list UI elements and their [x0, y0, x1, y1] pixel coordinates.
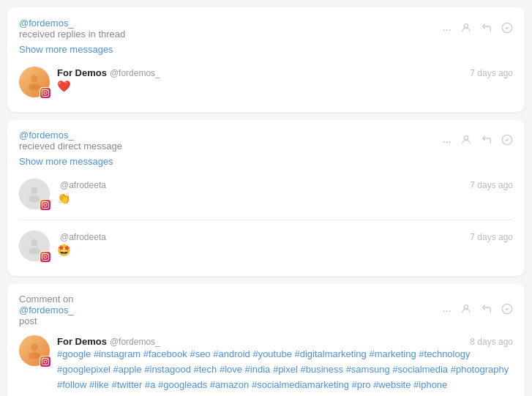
- username: For Demos: [57, 67, 107, 78]
- message-body: @afrodeeta 7 days ago 🤩: [57, 231, 513, 257]
- notification-text: recieved direct message: [19, 141, 122, 152]
- notification-card: @fordemos_ received replies in thread ··…: [7, 7, 525, 112]
- card-actions: ···: [442, 134, 513, 148]
- time-ago: 8 days ago: [470, 337, 513, 347]
- reply-icon[interactable]: [481, 134, 492, 148]
- svg-point-4: [464, 135, 468, 139]
- show-more-link[interactable]: Show more messages: [19, 156, 513, 167]
- mention-link[interactable]: @fordemos_: [19, 130, 122, 141]
- notification-info: Comment on @fordemos_ post: [19, 294, 74, 326]
- avatar: [19, 335, 50, 366]
- message-body: @afrodeeta 7 days ago 👏: [57, 179, 513, 205]
- mention-link[interactable]: @fordemos_: [19, 305, 74, 315]
- check-icon[interactable]: [501, 22, 513, 36]
- check-icon[interactable]: [501, 303, 513, 317]
- avatar: [19, 67, 50, 97]
- card-header: @fordemos_ received replies in thread ··…: [19, 18, 513, 40]
- card-actions: ···: [442, 22, 513, 36]
- notification-card: Comment on @fordemos_ post ···: [7, 283, 525, 396]
- message-meta: @afrodeeta 7 days ago: [57, 231, 513, 242]
- avatar: [19, 231, 50, 261]
- message-body: For Demos@fordemos_ 7 days ago ❤️: [57, 67, 513, 93]
- more-options-icon[interactable]: ···: [442, 135, 452, 147]
- message-content: 🤩: [57, 244, 513, 257]
- instagram-badge: [40, 356, 51, 367]
- divider: [19, 220, 513, 220]
- handle: @fordemos_: [110, 68, 160, 78]
- svg-point-8: [31, 239, 37, 246]
- handle: @fordemos_: [110, 337, 160, 347]
- notification-card: @fordemos_ recieved direct message ··· S…: [7, 119, 525, 276]
- svg-point-6: [31, 187, 37, 194]
- notification-info: @fordemos_ recieved direct message: [19, 130, 122, 152]
- svg-point-13: [29, 352, 40, 359]
- show-more-link[interactable]: Show more messages: [19, 44, 513, 55]
- more-options-icon[interactable]: ···: [442, 23, 452, 35]
- person-icon[interactable]: [460, 22, 472, 36]
- more-options-icon[interactable]: ···: [442, 304, 452, 316]
- check-icon[interactable]: [501, 134, 513, 148]
- message-row: For Demos@fordemos_ 8 days ago #google #…: [19, 331, 513, 396]
- svg-point-2: [31, 75, 37, 82]
- reply-icon[interactable]: [481, 303, 492, 317]
- notification-suffix: post: [19, 315, 74, 326]
- notification-info: @fordemos_ received replies in thread: [19, 18, 125, 40]
- time-ago: 7 days ago: [470, 232, 513, 242]
- card-actions: ···: [442, 303, 513, 317]
- svg-point-10: [464, 305, 468, 309]
- mention-link[interactable]: @fordemos_: [19, 18, 125, 29]
- person-icon[interactable]: [460, 303, 472, 317]
- message-content: ❤️: [57, 80, 513, 93]
- time-ago: 7 days ago: [470, 68, 513, 78]
- message-content: 👏: [57, 192, 513, 205]
- message-row: @afrodeeta 7 days ago 👏: [19, 174, 513, 214]
- card-header: @fordemos_ recieved direct message ···: [19, 130, 513, 152]
- avatar: [19, 179, 50, 209]
- notification-prefix: Comment on: [19, 294, 74, 305]
- instagram-badge: [40, 199, 51, 211]
- svg-point-0: [464, 23, 468, 27]
- message-row: For Demos@fordemos_ 7 days ago ❤️: [19, 62, 513, 102]
- svg-point-9: [29, 247, 40, 254]
- handle: @afrodeeta: [60, 180, 106, 190]
- message-meta: @afrodeeta 7 days ago: [57, 179, 513, 190]
- handle: @afrodeeta: [60, 232, 106, 242]
- instagram-badge: [40, 87, 51, 99]
- svg-point-7: [29, 195, 40, 202]
- message-row: @afrodeeta 7 days ago 🤩: [19, 226, 513, 266]
- person-icon[interactable]: [460, 134, 472, 148]
- username: For Demos: [57, 336, 107, 347]
- svg-point-3: [29, 83, 40, 90]
- card-header: Comment on @fordemos_ post ···: [19, 294, 513, 326]
- message-meta: For Demos@fordemos_ 8 days ago: [57, 335, 513, 347]
- message-body: For Demos@fordemos_ 8 days ago #google #…: [57, 335, 513, 392]
- message-content: #google #instagram #facebook #seo #andro…: [57, 347, 513, 392]
- time-ago: 7 days ago: [470, 180, 513, 190]
- reply-icon[interactable]: [481, 22, 492, 36]
- notification-text: received replies in thread: [19, 29, 125, 40]
- message-meta: For Demos@fordemos_ 7 days ago: [57, 67, 513, 78]
- instagram-badge: [40, 251, 51, 263]
- svg-point-12: [31, 344, 37, 351]
